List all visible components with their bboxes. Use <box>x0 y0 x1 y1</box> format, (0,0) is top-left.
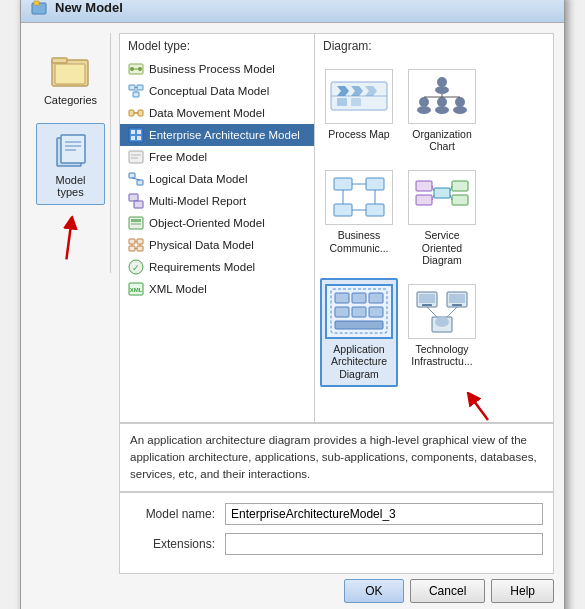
diagram-label: Process Map <box>328 128 389 141</box>
svg-point-59 <box>437 77 447 87</box>
categories-icon <box>50 50 90 90</box>
svg-rect-1 <box>34 1 39 5</box>
service-oriented-thumb <box>408 170 476 225</box>
list-item[interactable]: Physical Data Model <box>120 234 314 256</box>
extensions-input[interactable] <box>225 533 543 555</box>
ok-button[interactable]: OK <box>344 579 404 603</box>
svg-rect-33 <box>137 180 143 185</box>
svg-line-104 <box>447 307 457 317</box>
diagram-item-business-comm[interactable]: Business Communic... <box>320 164 398 273</box>
dialog-title: New Model <box>55 0 123 15</box>
list-item[interactable]: XML XML Model <box>120 278 314 300</box>
xml-icon: XML <box>128 281 144 297</box>
list-item-selected[interactable]: Enterprise Architecture Model <box>120 124 314 146</box>
diagram-item-org-chart[interactable]: Organization Chart <box>403 63 481 159</box>
svg-point-65 <box>455 97 465 107</box>
svg-point-62 <box>417 106 431 114</box>
list-item[interactable]: Free Model <box>120 146 314 168</box>
list-item[interactable]: Conceptual Data Model <box>120 80 314 102</box>
svg-rect-3 <box>52 58 67 63</box>
list-item-label: Data Movement Model <box>149 107 265 119</box>
list-item-label: Conceptual Data Model <box>149 85 269 97</box>
svg-rect-37 <box>129 217 143 229</box>
model-name-row: Model name: <box>130 503 543 525</box>
svg-rect-26 <box>137 130 141 134</box>
model-types-icon <box>51 130 91 170</box>
list-item-label: Free Model <box>149 151 207 163</box>
svg-rect-35 <box>129 194 138 201</box>
svg-rect-73 <box>366 204 384 216</box>
svg-rect-4 <box>55 64 85 84</box>
list-item-label: Logical Data Model <box>149 173 247 185</box>
svg-rect-41 <box>129 246 135 251</box>
svg-rect-25 <box>131 130 135 134</box>
cancel-button[interactable]: Cancel <box>410 579 485 603</box>
data-movement-icon <box>128 105 144 121</box>
model-name-input[interactable] <box>225 503 543 525</box>
svg-rect-38 <box>131 219 141 222</box>
title-bar: New Model <box>21 0 564 23</box>
arrow-annotation-1 <box>45 214 97 269</box>
business-process-icon <box>128 61 144 77</box>
svg-point-102 <box>435 317 449 327</box>
list-item-label: Business Process Model <box>149 63 275 75</box>
svg-rect-32 <box>129 173 135 178</box>
svg-line-11 <box>51 222 86 259</box>
diagram-item-app-architecture[interactable]: Application Architecture Diagram <box>320 278 398 387</box>
list-item[interactable]: Logical Data Model <box>120 168 314 190</box>
svg-rect-58 <box>351 98 361 106</box>
list-item[interactable]: Object-Oriented Model <box>120 212 314 234</box>
dialog-body: Categories Model types <box>21 23 564 609</box>
list-item[interactable]: Data Movement Model <box>120 102 314 124</box>
svg-point-13 <box>130 67 134 71</box>
category-item-model-types[interactable]: Model types <box>36 123 105 205</box>
svg-rect-28 <box>137 136 141 140</box>
svg-rect-21 <box>129 110 134 116</box>
svg-rect-80 <box>434 188 450 198</box>
free-model-icon <box>128 149 144 165</box>
svg-rect-71 <box>366 178 384 190</box>
list-item[interactable]: ✓ Requirements Model <box>120 256 314 278</box>
main-section: Categories Model types <box>31 33 554 606</box>
list-item-label: Multi-Model Report <box>149 195 246 207</box>
svg-rect-79 <box>416 195 432 205</box>
svg-point-61 <box>419 97 429 107</box>
list-item-label: Physical Data Model <box>149 239 254 251</box>
requirements-icon: ✓ <box>128 259 144 275</box>
diagram-header: Diagram: <box>315 34 553 58</box>
svg-rect-57 <box>337 98 347 106</box>
svg-point-60 <box>435 86 449 94</box>
diagram-label: Technology Infrastructu... <box>409 343 475 368</box>
list-item-label: Object-Oriented Model <box>149 217 265 229</box>
svg-text:XML: XML <box>130 287 143 293</box>
dialog-icon <box>31 0 47 16</box>
svg-line-106 <box>471 397 488 420</box>
list-item[interactable]: Multi-Model Report <box>120 190 314 212</box>
business-comm-thumb <box>325 170 393 225</box>
svg-rect-24 <box>129 128 143 142</box>
logical-data-icon <box>128 171 144 187</box>
right-content: Model type: Business Process Model <box>119 33 554 606</box>
diagram-grid: Process Map <box>315 58 553 392</box>
main-content-area: Model type: Business Process Model <box>119 33 554 423</box>
svg-rect-91 <box>335 307 349 317</box>
multi-model-icon <box>128 193 144 209</box>
svg-rect-22 <box>138 110 143 116</box>
svg-point-63 <box>437 97 447 107</box>
extensions-row: Extensions: <box>130 533 543 555</box>
help-button[interactable]: Help <box>491 579 554 603</box>
list-item-label: XML Model <box>149 283 207 295</box>
org-chart-thumb <box>408 69 476 124</box>
new-model-dialog: New Model Categories <box>20 0 565 609</box>
category-item-categories[interactable]: Categories <box>37 43 104 113</box>
form-area: Model name: Extensions: <box>119 492 554 574</box>
diagram-item-service-oriented[interactable]: Service Oriented Diagram <box>403 164 481 273</box>
category-panel: Categories Model types <box>31 33 111 273</box>
diagram-item-process-map[interactable]: Process Map <box>320 63 398 159</box>
diagram-item-tech-infra[interactable]: Technology Infrastructu... <box>403 278 481 387</box>
extensions-label: Extensions: <box>130 537 215 551</box>
categories-label: Categories <box>44 94 97 106</box>
list-item[interactable]: Business Process Model <box>120 58 314 80</box>
svg-rect-78 <box>416 181 432 191</box>
object-oriented-icon <box>128 215 144 231</box>
